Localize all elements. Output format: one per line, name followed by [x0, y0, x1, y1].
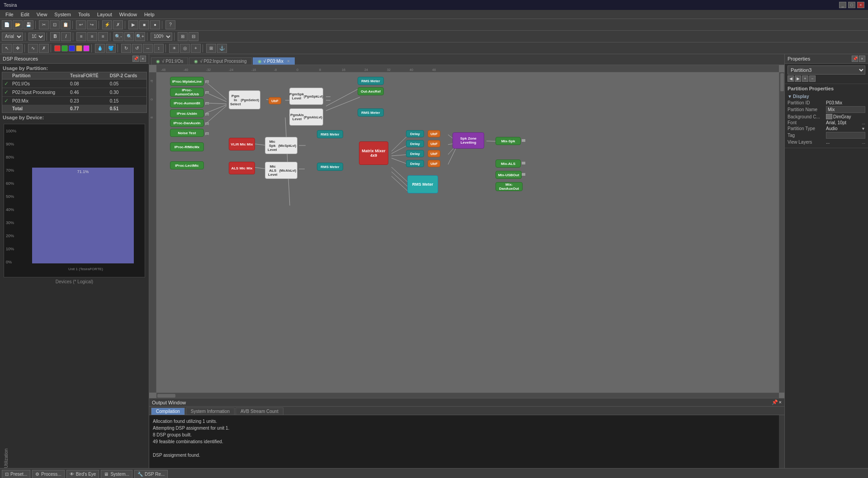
dsp-re-button[interactable]: 🔧 DSP Re...: [134, 470, 168, 478]
menu-system[interactable]: System: [51, 11, 75, 18]
node-matrix-mixer[interactable]: Matrix Mixer4x9: [359, 141, 388, 165]
node-iproc-usbln[interactable]: IProc-UsbIn: [170, 109, 204, 117]
color4[interactable]: [76, 45, 82, 52]
node-mix-als[interactable]: Mix-ALS: [495, 159, 521, 168]
rotate-ccw[interactable]: ↺: [132, 44, 142, 53]
stop-button[interactable]: ■: [139, 20, 149, 29]
plus-icon[interactable]: +: [191, 44, 201, 53]
color5[interactable]: [83, 45, 90, 52]
node-rms-meter5[interactable]: RMS Meter: [407, 175, 438, 193]
cut-button[interactable]: ✂: [39, 20, 49, 29]
color2[interactable]: [61, 45, 68, 52]
connect-button[interactable]: ⚡: [102, 20, 112, 29]
node-delay4[interactable]: Delay: [406, 160, 424, 167]
open-button[interactable]: 📂: [13, 20, 23, 29]
panel-close[interactable]: ×: [140, 56, 146, 62]
node-mix-usbout[interactable]: Mix-USBOut: [495, 171, 522, 179]
scrollbar-h-thumb[interactable]: [157, 394, 175, 398]
tab-close-3[interactable]: ×: [287, 59, 290, 64]
wire-tool[interactable]: ∿: [28, 44, 38, 53]
node-rms-meter4[interactable]: RMS Meter: [317, 163, 343, 171]
panel-pin[interactable]: 📌: [132, 56, 139, 62]
canvas-content[interactable]: IProc-WplateLine IProc-AumonCdUsb IProc-…: [156, 72, 779, 393]
prop-edit-layers[interactable]: ...: [862, 140, 865, 145]
system-button[interactable]: 🖥 System...: [101, 470, 132, 478]
node-iproc-wplateline[interactable]: IProc-WplateLine: [170, 77, 204, 86]
prop-nav-right[interactable]: ▶: [795, 75, 801, 82]
output-close[interactable]: ×: [779, 399, 782, 405]
tab-p02[interactable]: ◉ √ P02:Input Processing: [189, 57, 251, 65]
node-spk-zone-levelling[interactable]: Spk Zone Levelling: [453, 132, 484, 149]
copy-button[interactable]: ⊡: [50, 20, 60, 29]
move-tool[interactable]: ✥: [13, 44, 23, 53]
menu-window[interactable]: Window: [116, 11, 141, 18]
eyedropper[interactable]: 💧: [95, 44, 105, 53]
minimize-button[interactable]: _: [839, 2, 846, 8]
output-tab-compilation[interactable]: Compilation: [151, 408, 185, 415]
node-noise-test[interactable]: Noise Test: [170, 129, 204, 137]
scrollbar-v-thumb[interactable]: [780, 73, 784, 91]
node-out-aecref[interactable]: Out-AecRef: [358, 87, 384, 95]
node-mix-danauxout[interactable]: Mix-DanAuxOut: [495, 182, 523, 191]
node-mic-spk-level[interactable]: Mic Spk Level(MicSpkLvl): [265, 137, 297, 154]
node-pgmspk-level[interactable]: PgmSpk Level(PgmSpkLvl): [289, 88, 323, 105]
anchor[interactable]: ⚓: [217, 44, 227, 53]
prop-input-name[interactable]: [826, 106, 865, 113]
prop-edit-font[interactable]: ...: [862, 121, 865, 125]
tab-p03[interactable]: ◉ √ P03:Mix ×: [253, 57, 295, 65]
node-delay2[interactable]: Delay: [406, 140, 424, 147]
canvas-area[interactable]: -48 -40 -32 -24 -16 -8 0 8 16 24 32 40 4…: [149, 65, 784, 398]
node-ubf1[interactable]: UbF: [269, 97, 281, 104]
align-left[interactable]: ≡: [76, 32, 86, 41]
sun-icon[interactable]: ☀: [169, 44, 179, 53]
node-iproc-danauxin[interactable]: IProc-DanAuxIn: [170, 119, 204, 127]
node-mix-spk[interactable]: Mix-Spk: [495, 137, 521, 145]
font-select[interactable]: Arial: [2, 33, 23, 41]
scrollbar-vertical[interactable]: [779, 72, 784, 393]
zoom-level[interactable]: 100%: [151, 33, 172, 41]
zoom-in[interactable]: 🔍+: [135, 32, 145, 41]
preset-button[interactable]: ⊡ Preset...: [2, 470, 30, 478]
new-button[interactable]: 📄: [2, 20, 12, 29]
node-ubf5[interactable]: UbF: [428, 160, 440, 167]
save-button[interactable]: 💾: [24, 20, 33, 29]
node-iproc-aumoncdusb[interactable]: IProc-AumonCdUsb: [170, 88, 204, 97]
disconnect-button[interactable]: ✗: [113, 20, 123, 29]
node-rms-meter2[interactable]: RMS Meter: [358, 108, 384, 117]
prop-delete[interactable]: −: [809, 75, 816, 82]
menu-tools[interactable]: Tools: [75, 11, 94, 18]
prop-close[interactable]: ×: [859, 56, 865, 62]
node-pgmals-level[interactable]: PgmAls Level(PgmAlsLvl): [289, 108, 323, 126]
birds-eye-button[interactable]: 👁 Bird's Eye: [66, 470, 99, 478]
menu-view[interactable]: View: [33, 11, 51, 18]
flip-v[interactable]: ↕: [154, 44, 164, 53]
node-iproc-aumonbt[interactable]: IProc-AumonBt: [170, 98, 204, 108]
redo-button[interactable]: ↪: [87, 20, 97, 29]
record-button[interactable]: ●: [150, 20, 160, 29]
paste-button[interactable]: 📋: [61, 20, 71, 29]
menu-file[interactable]: File: [2, 11, 17, 18]
node-delay1[interactable]: Delay: [406, 130, 424, 137]
play-button[interactable]: ▶: [128, 20, 138, 29]
prop-nav-left[interactable]: ◀: [788, 75, 794, 82]
target-icon[interactable]: ◎: [180, 44, 190, 53]
prop-input-tag[interactable]: [826, 132, 865, 139]
zoom-reset[interactable]: 🔍: [124, 32, 134, 41]
output-tab-avb[interactable]: AVB Stream Count: [236, 408, 283, 415]
node-ubf2[interactable]: UbF: [428, 130, 440, 137]
help-icon-button[interactable]: ?: [165, 20, 175, 29]
prop-add[interactable]: +: [802, 75, 808, 82]
align-right[interactable]: ≡: [98, 32, 108, 41]
menu-edit[interactable]: Edit: [17, 11, 33, 18]
snap-grid[interactable]: ⊞: [206, 44, 216, 53]
snap-button[interactable]: ⊟: [189, 32, 198, 41]
maximize-button[interactable]: □: [848, 2, 855, 8]
bold-button[interactable]: B: [50, 32, 60, 41]
rotate-cw[interactable]: ↻: [121, 44, 131, 53]
scrollbar-horizontal[interactable]: [156, 393, 779, 398]
node-pgm-select[interactable]: Pgm In Select(PgmSelect): [229, 90, 260, 109]
prop-pin[interactable]: 📌: [852, 56, 858, 62]
color1[interactable]: [54, 45, 61, 52]
node-mic-als-level[interactable]: Mic ALS Level(MicAlsLvl): [265, 162, 297, 179]
delete-tool[interactable]: ✗: [39, 44, 49, 53]
